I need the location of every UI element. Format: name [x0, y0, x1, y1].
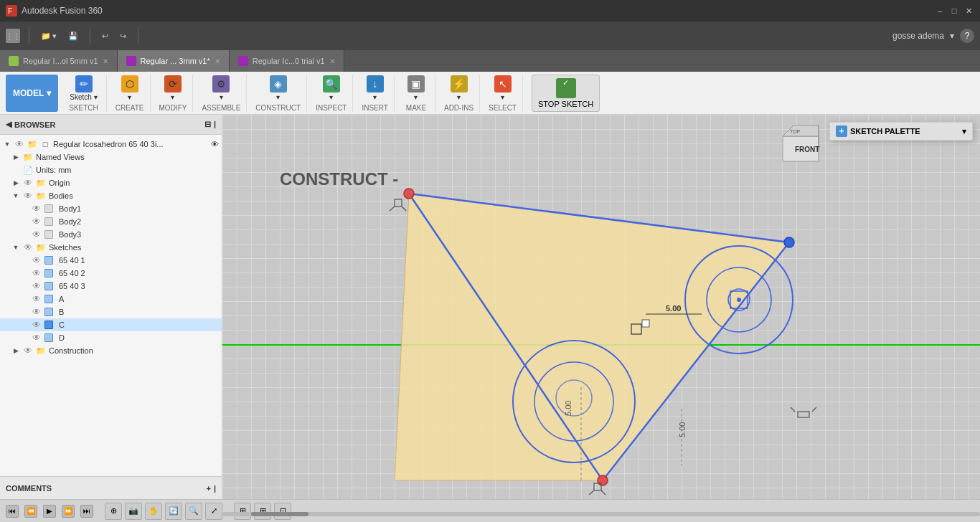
root-eye-icon[interactable]: 👁 [14, 139, 24, 149]
svg-text:5.00: 5.00 [564, 401, 573, 416]
add-comment-btn[interactable]: + [206, 484, 210, 493]
construction-toggle[interactable]: ▶ [11, 346, 20, 355]
origin-item[interactable]: ▶ 👁 📁 Origin [0, 176, 222, 189]
stop-sketch-button[interactable]: ✓ STOP SKETCH [532, 75, 600, 112]
tab2-close[interactable]: ✕ [215, 57, 220, 65]
undo-button[interactable]: ↩ [99, 30, 111, 42]
root-visible-icon[interactable]: 👁 [211, 140, 219, 148]
body3-eye-icon[interactable]: 👁 [32, 229, 42, 239]
sketch-6540-1-item[interactable]: ▶ 👁 65 40 1 [0, 254, 222, 267]
maximize-button[interactable]: □ [948, 5, 960, 16]
insert-button[interactable]: ↓ ▾ [362, 74, 388, 103]
sa-eye-icon[interactable]: 👁 [32, 294, 42, 304]
tab1-close[interactable]: ✕ [103, 57, 108, 65]
minimize-button[interactable]: – [934, 5, 946, 16]
nav-first[interactable]: ⏮ [6, 505, 19, 518]
sketches-eye-icon[interactable]: 👁 [23, 242, 33, 252]
display-mode-icon[interactable]: ⊞ [234, 503, 251, 520]
sketch-6540-3-item[interactable]: ▶ 👁 65 40 3 [0, 280, 222, 293]
select-button[interactable]: ↖ ▾ [490, 74, 516, 103]
sb-eye-icon[interactable]: 👁 [32, 307, 42, 317]
sc-eye-icon[interactable]: 👁 [32, 320, 42, 330]
sketch-d-item[interactable]: ▶ 👁 D [0, 331, 222, 344]
zoom-icon[interactable]: 🔍 [185, 503, 202, 520]
nav-prev[interactable]: ⏪ [24, 505, 37, 518]
sd-eye-icon[interactable]: 👁 [32, 333, 42, 343]
filter-icon[interactable]: ⊟ [204, 120, 211, 129]
nav-last[interactable]: ⏭ [80, 505, 93, 518]
save-button[interactable]: 💾 [65, 30, 81, 42]
file-button[interactable]: 📁▾ [38, 30, 60, 42]
modify-button[interactable]: ⟳ ▾ [160, 74, 186, 103]
orbit-icon[interactable]: 🔄 [165, 503, 182, 520]
body1-item[interactable]: ▶ 👁 Body1 [0, 202, 222, 215]
construct-button[interactable]: ◈ ▾ [265, 74, 291, 103]
model-button[interactable]: MODEL ▾ [6, 75, 58, 112]
grid-icon[interactable]: ⋮⋮ [6, 29, 20, 43]
body1-label: Body1 [59, 204, 81, 213]
user-name: gosse adema [892, 31, 944, 41]
body1-icon [44, 204, 53, 213]
assemble-button[interactable]: ⚙ ▾ [208, 74, 234, 103]
nav-next[interactable]: ⏩ [62, 505, 75, 518]
s2-eye-icon[interactable]: 👁 [32, 268, 42, 278]
tab-1[interactable]: Regular I...ol 5mm v1 ✕ [0, 50, 118, 72]
browser-sep: | [214, 120, 216, 129]
pan-icon[interactable]: ✋ [145, 503, 162, 520]
select-items: ↖ ▾ [490, 74, 516, 103]
help-icon[interactable]: ? [960, 29, 974, 43]
root-toggle[interactable]: ▼ [3, 140, 11, 148]
body3-item[interactable]: ▶ 👁 Body3 [0, 228, 222, 241]
sketches-toggle[interactable]: ▼ [11, 243, 20, 252]
create-button[interactable]: ⬡ ▾ [117, 74, 143, 103]
close-button[interactable]: ✕ [963, 5, 974, 16]
zoom-fit-icon[interactable]: ⤢ [205, 503, 222, 520]
make-button[interactable]: ▣ ▾ [403, 74, 429, 103]
origin-eye-icon[interactable]: 👁 [23, 178, 33, 188]
tab3-close[interactable]: ✕ [329, 57, 335, 65]
sketches-item[interactable]: ▼ 👁 📁 Sketches [0, 241, 222, 254]
user-dropdown-arrow[interactable]: ▾ [950, 31, 954, 41]
origin-toggle[interactable]: ▶ [11, 179, 20, 187]
body2-eye-icon[interactable]: 👁 [32, 217, 42, 227]
addins-button[interactable]: ⚡ ▾ [446, 74, 472, 103]
grid-icon[interactable]: ⊞ [254, 503, 271, 520]
canvas-area[interactable]: CONSTRUCT - 5.00 [222, 115, 980, 499]
root-item[interactable]: ▼ 👁 📁 □ Regular Icosahedron 65 40 3i... … [0, 138, 222, 151]
named-views-item[interactable]: ▶ 📁 Named Views [0, 151, 222, 163]
insert-items: ↓ ▾ [362, 74, 388, 103]
named-views-toggle[interactable]: ▶ [11, 153, 20, 161]
sketch-group-label: SKETCH [69, 104, 98, 112]
tab-3[interactable]: Regular Ic...0 trial v1 ✕ [230, 50, 344, 72]
tab-2[interactable]: Regular ... 3mm v1* ✕ [118, 50, 230, 72]
body2-item[interactable]: ▶ 👁 Body2 [0, 215, 222, 228]
s3-eye-icon[interactable]: 👁 [32, 281, 42, 291]
sketch-palette-plus[interactable]: + [836, 125, 847, 137]
view-cube[interactable]: FRONT TOP [779, 122, 822, 165]
sketch-palette-header[interactable]: + SKETCH PALETTE ▾ [830, 123, 972, 140]
bodies-item[interactable]: ▼ 👁 📁 Bodies [0, 189, 222, 202]
perspective-icon[interactable]: ⊡ [274, 503, 291, 520]
back-arrow[interactable]: ◀ [6, 120, 11, 129]
bodies-toggle[interactable]: ▼ [11, 191, 20, 200]
sketch-6540-2-item[interactable]: ▶ 👁 65 40 2 [0, 267, 222, 280]
bodies-eye-icon[interactable]: 👁 [23, 191, 33, 201]
s1-eye-icon[interactable]: 👁 [32, 255, 42, 265]
comments-panel[interactable]: COMMENTS + | [0, 476, 222, 499]
construction-eye-icon[interactable]: 👁 [23, 346, 33, 356]
tree-container[interactable]: ▼ 👁 📁 □ Regular Icosahedron 65 40 3i... … [0, 135, 222, 476]
inspect-button[interactable]: 🔍 ▾ [319, 74, 344, 103]
snap-icon[interactable]: ⊕ [105, 503, 122, 520]
nav-play[interactable]: ▶ [43, 505, 56, 518]
sketch-c-item[interactable]: ▶ 👁 C [0, 318, 222, 331]
sketch-b-item[interactable]: ▶ 👁 B [0, 305, 222, 318]
redo-button[interactable]: ↪ [117, 30, 129, 42]
svg-line-30 [791, 407, 795, 412]
body1-eye-icon[interactable]: 👁 [32, 204, 42, 214]
sketch-palette-arrow[interactable]: ▾ [962, 127, 966, 136]
construction-item[interactable]: ▶ 👁 📁 Construction [0, 344, 222, 357]
sketch-a-item[interactable]: ▶ 👁 A [0, 293, 222, 305]
sketch-button[interactable]: ✏ Sketch ▾ [67, 74, 100, 103]
horizontal-scrollbar[interactable] [222, 512, 980, 516]
camera-icon[interactable]: 📷 [125, 503, 142, 520]
